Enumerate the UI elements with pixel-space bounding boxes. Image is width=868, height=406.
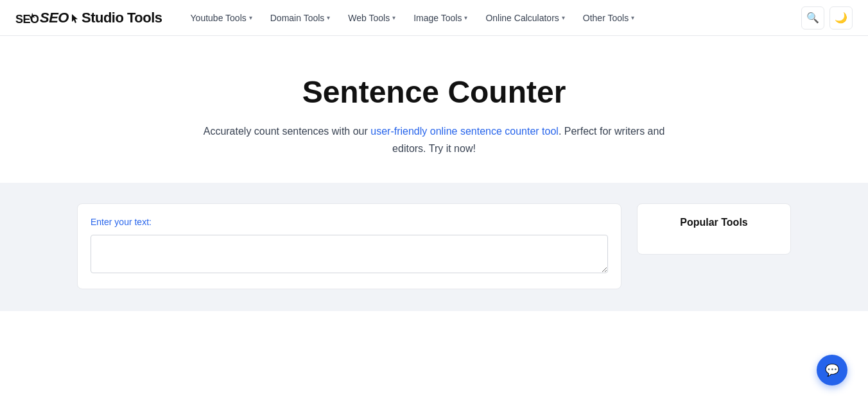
tool-input-label: Enter your text: bbox=[91, 217, 608, 227]
nav-label-other: Other Tools bbox=[583, 13, 629, 23]
chevron-down-icon: ▾ bbox=[464, 14, 467, 21]
chat-icon: 💬 bbox=[825, 363, 839, 377]
nav-item-image[interactable]: Image Tools ▾ bbox=[406, 8, 475, 28]
nav-item-web[interactable]: Web Tools ▾ bbox=[340, 8, 403, 28]
nav-label-domain: Domain Tools bbox=[270, 13, 325, 23]
nav-item-youtube[interactable]: Youtube Tools ▾ bbox=[183, 8, 260, 28]
chat-fab[interactable]: 💬 bbox=[817, 355, 847, 385]
search-icon: 🔍 bbox=[806, 12, 819, 24]
hero-desc-link[interactable]: user-friendly online sentence counter to… bbox=[370, 126, 559, 137]
nav-item-other[interactable]: Other Tools ▾ bbox=[575, 8, 642, 28]
tool-input-panel: Enter your text: bbox=[77, 203, 621, 289]
page-title: Sentence Counter bbox=[302, 74, 566, 110]
hero-section: Sentence Counter Accurately count senten… bbox=[0, 36, 868, 183]
nav-item-calculators[interactable]: Online Calculators ▾ bbox=[478, 8, 572, 28]
popular-tools-title: Popular Tools bbox=[650, 217, 777, 228]
hero-desc-part1: Accurately count sentences with our bbox=[204, 126, 371, 137]
chevron-down-icon: ▾ bbox=[249, 14, 252, 21]
hero-description: Accurately count sentences with our user… bbox=[203, 123, 665, 157]
text-input[interactable] bbox=[91, 235, 608, 273]
chevron-down-icon: ▾ bbox=[392, 14, 395, 21]
logo-icon: SEO bbox=[15, 6, 39, 30]
nav-label-image: Image Tools bbox=[413, 13, 462, 23]
cursor-icon bbox=[69, 13, 81, 24]
chevron-down-icon: ▾ bbox=[631, 14, 634, 21]
logo-text: SEOStudio Tools bbox=[40, 10, 162, 26]
chevron-down-icon: ▾ bbox=[562, 14, 565, 21]
nav-label-calculators: Online Calculators bbox=[485, 13, 559, 23]
nav-actions: 🔍 🌙 bbox=[801, 6, 853, 30]
site-logo[interactable]: SEO SEOStudio Tools bbox=[15, 6, 162, 30]
search-button[interactable]: 🔍 bbox=[801, 6, 824, 30]
popular-tools-panel: Popular Tools bbox=[637, 203, 791, 255]
moon-icon: 🌙 bbox=[835, 12, 847, 24]
svg-text:SEO: SEO bbox=[15, 13, 39, 26]
dark-mode-button[interactable]: 🌙 bbox=[829, 6, 853, 30]
nav-item-domain[interactable]: Domain Tools ▾ bbox=[263, 8, 338, 28]
navbar: SEO SEOStudio Tools Youtube Tools ▾ Doma… bbox=[0, 0, 868, 36]
nav-label-youtube: Youtube Tools bbox=[191, 13, 247, 23]
chevron-down-icon: ▾ bbox=[327, 14, 330, 21]
nav-links: Youtube Tools ▾ Domain Tools ▾ Web Tools… bbox=[183, 8, 801, 28]
content-area: Enter your text: Popular Tools bbox=[0, 183, 868, 311]
nav-label-web: Web Tools bbox=[348, 13, 390, 23]
